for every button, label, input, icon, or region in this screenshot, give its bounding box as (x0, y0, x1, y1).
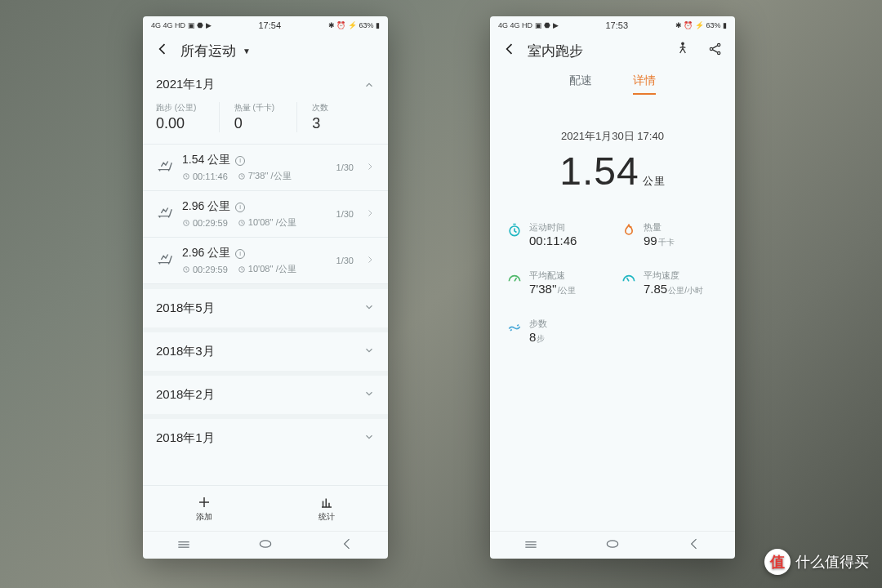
svg-point-9 (718, 43, 720, 46)
stat-label: 热量 (千卡) (234, 102, 287, 114)
system-nav (143, 531, 388, 559)
month-label: 2018年5月 (156, 301, 215, 316)
info-icon: i (235, 249, 245, 259)
share-icon[interactable] (707, 41, 724, 60)
stat-value: 0 (234, 115, 287, 132)
back-icon[interactable] (501, 41, 518, 60)
chevron-down-icon (363, 388, 375, 402)
app-header: 所有运动 ▼ (143, 34, 388, 67)
status-time: 17:54 (258, 20, 281, 30)
svg-point-10 (718, 51, 720, 54)
dropdown-caret-icon[interactable]: ▼ (243, 47, 251, 56)
stat-count: 次数 3 (296, 102, 375, 132)
activity-row[interactable]: 2.96 公里 i 00:29:59 10'08'' /公里 1/30 (143, 191, 388, 238)
activity-date: 1/30 (336, 209, 354, 219)
svg-point-12 (607, 540, 617, 546)
status-battery-icons: ✱ ⏰ ⚡ 63% ▮ (328, 21, 380, 29)
activity-pace: 10'08'' /公里 (238, 216, 296, 229)
detail-tabs: 配速 详情 (490, 67, 735, 95)
activity-datetime: 2021年1月30日 17:40 (506, 129, 719, 144)
metric-label: 运动时间 (529, 221, 577, 234)
metric-duration: 运动时间 00:11:46 (506, 221, 604, 248)
month-label: 2021年1月 (156, 77, 215, 92)
chevron-down-icon (363, 345, 375, 359)
back-icon[interactable] (154, 41, 171, 60)
metric-pace: 平均配速 7'38''/公里 (506, 270, 604, 296)
tab-label: 添加 (196, 511, 212, 523)
svg-point-6 (260, 540, 270, 546)
metric-value: 00:11:46 (529, 234, 577, 247)
tab-label: 统计 (318, 511, 335, 523)
status-bar: 4G 4G HD ▣ ⬣ ▶ 17:54 ✱ ⏰ ⚡ 63% ▮ (143, 16, 388, 34)
metric-speed: 平均速度 7.85公里/小时 (621, 270, 719, 296)
nav-home-icon[interactable] (257, 536, 274, 555)
activity-row[interactable]: 2.96 公里 i 00:29:59 10'08'' /公里 1/30 (143, 238, 388, 284)
phone-right: 4G 4G HD ▣ ⬣ ▶ 17:53 ✱ ⏰ ⚡ 63% ▮ 室内跑步 配速… (490, 16, 735, 559)
treadmill-icon (156, 203, 174, 225)
nav-recent-icon[interactable] (523, 536, 539, 555)
info-icon: i (235, 156, 245, 166)
header-title: 室内跑步 (528, 42, 583, 60)
status-time: 17:53 (605, 20, 628, 30)
activity-distance: 2.96 公里 i (182, 199, 328, 214)
distance-value: 1.54 (559, 149, 639, 193)
stat-label: 跑步 (公里) (156, 102, 209, 114)
info-icon: i (235, 203, 245, 212)
activity-duration: 00:11:46 (182, 170, 228, 182)
collapsed-month[interactable]: 2018年1月 (143, 414, 388, 457)
chevron-right-icon (365, 253, 375, 268)
activity-date: 1/30 (336, 256, 354, 265)
collapsed-month[interactable]: 2018年3月 (143, 327, 388, 371)
stretch-icon[interactable] (675, 41, 691, 60)
chevron-down-icon (363, 301, 375, 315)
nav-back-icon[interactable] (686, 536, 702, 555)
month-label: 2018年1月 (156, 430, 215, 446)
tab-detail[interactable]: 详情 (633, 74, 656, 95)
collapsed-month[interactable]: 2018年5月 (143, 284, 388, 327)
metric-value: 7'38''/公里 (529, 282, 576, 296)
stat-label: 次数 (312, 102, 365, 114)
nav-home-icon[interactable] (604, 536, 621, 555)
status-signal-icons: 4G 4G HD ▣ ⬣ ▶ (151, 21, 212, 29)
stat-value: 3 (312, 115, 365, 132)
status-signal-icons: 4G 4G HD ▣ ⬣ ▶ (498, 21, 559, 29)
treadmill-icon (156, 250, 174, 271)
metric-steps: 步数 8步 (506, 318, 604, 345)
activity-pace: 7'38'' /公里 (238, 170, 292, 182)
status-battery-icons: ✱ ⏰ ⚡ 63% ▮ (675, 21, 727, 29)
system-nav (490, 531, 735, 559)
header-title[interactable]: 所有运动 (180, 42, 236, 60)
metric-label: 步数 (529, 318, 547, 330)
chevron-up-icon (363, 79, 375, 91)
month-label: 2018年3月 (156, 344, 215, 359)
activity-duration: 00:29:59 (182, 216, 228, 229)
svg-point-8 (710, 47, 712, 50)
svg-point-7 (682, 42, 684, 45)
month-header[interactable]: 2021年1月 (143, 67, 388, 99)
collapsed-month[interactable]: 2018年2月 (143, 371, 388, 414)
activity-row[interactable]: 1.54 公里 i 00:11:46 7'38'' /公里 1/30 (143, 145, 388, 191)
phone-left: 4G 4G HD ▣ ⬣ ▶ 17:54 ✱ ⏰ ⚡ 63% ▮ 所有运动 ▼ … (143, 16, 388, 559)
status-bar: 4G 4G HD ▣ ⬣ ▶ 17:53 ✱ ⏰ ⚡ 63% ▮ (490, 16, 735, 34)
stat-value: 0.00 (156, 115, 209, 132)
bottom-tabs: 添加 统计 (143, 485, 388, 531)
chevron-right-icon (365, 160, 375, 175)
metric-label: 平均速度 (644, 270, 703, 282)
activity-pace: 10'08'' /公里 (238, 263, 296, 275)
tab-add[interactable]: 添加 (143, 486, 265, 531)
metric-calories: 热量 99千卡 (621, 221, 719, 248)
nav-back-icon[interactable] (339, 536, 355, 555)
stat-calories: 热量 (千卡) 0 (219, 102, 297, 132)
tab-stats[interactable]: 统计 (265, 486, 388, 531)
metric-value: 99千卡 (644, 234, 675, 248)
tab-pace[interactable]: 配速 (569, 74, 592, 95)
metric-label: 热量 (644, 221, 675, 234)
metric-label: 平均配速 (529, 270, 576, 282)
chevron-down-icon (363, 431, 375, 445)
activity-duration: 00:29:59 (182, 263, 228, 275)
activity-distance: 2.96 公里 i (182, 246, 328, 261)
watermark-text: 什么值得买 (795, 552, 869, 572)
app-header: 室内跑步 (490, 34, 735, 67)
watermark: 值 什么值得买 (764, 549, 869, 575)
nav-recent-icon[interactable] (176, 536, 192, 555)
